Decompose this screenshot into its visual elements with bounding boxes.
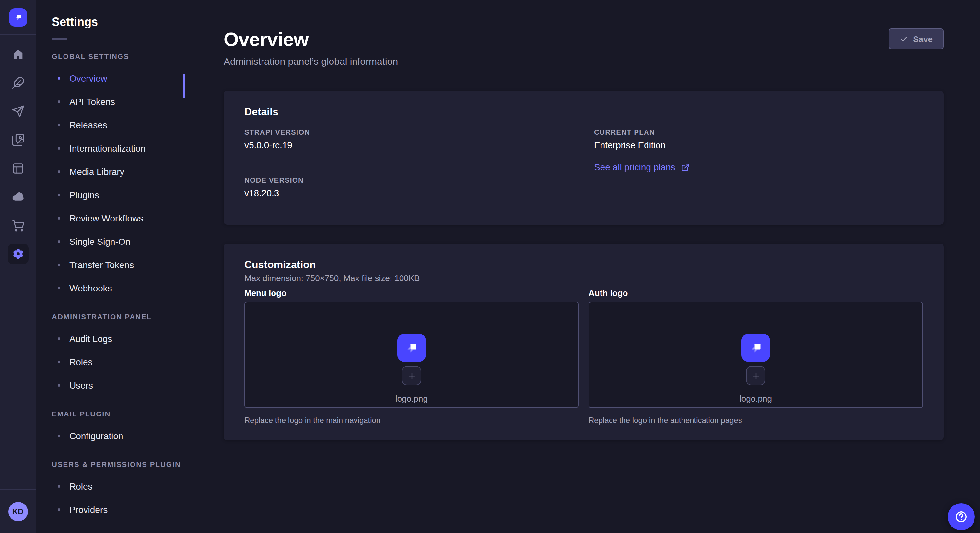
nav-item-overview[interactable]: Overview	[36, 67, 187, 90]
nav-item-label: API Tokens	[69, 97, 115, 107]
bullet-icon	[58, 194, 60, 196]
nav-cloud-button[interactable]	[0, 182, 36, 211]
layout-icon	[8, 158, 28, 179]
main-content: Overview Administration panel’s global i…	[188, 0, 980, 533]
nav-item-label: Roles	[69, 357, 93, 367]
nav-item-admin-users[interactable]: Users	[36, 374, 187, 397]
nav-item-up-providers[interactable]: Providers	[36, 498, 187, 521]
auth-logo-field: Auth logo	[589, 288, 923, 425]
help-button[interactable]	[948, 503, 975, 530]
bullet-icon	[58, 170, 60, 173]
menu-logo-preview	[397, 333, 426, 362]
auth-logo-helper: Replace the logo in the authentication p…	[589, 416, 923, 425]
nav-item-label: Providers	[69, 504, 108, 515]
feather-icon	[8, 73, 28, 93]
bullet-icon	[58, 124, 60, 126]
nav-section-label: GLOBAL SETTINGS	[52, 52, 187, 60]
nav-item-label: Plugins	[69, 190, 99, 200]
icon-rail: KD	[0, 0, 36, 533]
node-version-field: NODE VERSION v18.20.3	[244, 176, 573, 198]
nav-item-media-library[interactable]: Media Library	[36, 160, 187, 183]
nav-item-label: Review Workflows	[69, 213, 143, 224]
nav-marketplace-button[interactable]	[0, 211, 36, 240]
rail-nav	[0, 35, 36, 268]
nav-section-list: Roles Providers	[36, 475, 187, 521]
nav-item-label: Media Library	[69, 167, 124, 177]
auth-logo-add-button[interactable]	[746, 366, 765, 385]
auth-logo-label: Auth logo	[589, 288, 923, 298]
bullet-icon	[58, 77, 60, 80]
help-icon	[954, 510, 968, 524]
field-value: v5.0.0-rc.19	[244, 140, 573, 150]
cart-icon	[8, 215, 28, 236]
external-link-icon	[681, 163, 690, 171]
nav-item-audit-logs[interactable]: Audit Logs	[36, 327, 187, 351]
bullet-icon	[58, 217, 60, 219]
field-label: STRAPI VERSION	[244, 128, 573, 136]
nav-item-review-workflows[interactable]: Review Workflows	[36, 206, 187, 230]
save-button[interactable]: Save	[888, 29, 944, 49]
rail-footer: KD	[0, 489, 36, 533]
page-title: Overview	[224, 29, 944, 51]
pricing-plans-link[interactable]: See all pricing plans	[594, 162, 690, 172]
customization-card-title: Customization	[244, 259, 923, 271]
menu-logo-filename: logo.png	[395, 394, 428, 403]
paper-plane-icon	[8, 101, 28, 122]
nav-settings-button[interactable]	[0, 240, 36, 268]
bullet-icon	[58, 361, 60, 363]
auth-logo-dropzone[interactable]: logo.png	[589, 302, 923, 408]
customization-card: Customization Max dimension: 750×750, Ma…	[224, 244, 944, 440]
nav-section-label: EMAIL PLUGIN	[52, 410, 187, 418]
nav-item-label: Overview	[69, 73, 107, 84]
nav-section-label: ADMINISTRATION PANEL	[52, 313, 187, 320]
check-icon	[899, 35, 908, 43]
field-value: v18.20.3	[244, 188, 573, 198]
nav-section-list: Configuration	[36, 424, 187, 447]
bullet-icon	[58, 147, 60, 150]
nav-item-admin-roles[interactable]: Roles	[36, 351, 187, 374]
nav-home-button[interactable]	[0, 40, 36, 69]
nav-item-transfer-tokens[interactable]: Transfer Tokens	[36, 253, 187, 276]
settings-subnav: Settings GLOBAL SETTINGS Overview API To…	[36, 0, 187, 533]
bullet-icon	[58, 508, 60, 511]
nav-media-library-button[interactable]	[0, 125, 36, 154]
logo-upload-grid: Menu logo	[244, 288, 923, 425]
user-avatar[interactable]: KD	[8, 501, 27, 521]
bullet-icon	[58, 100, 60, 103]
bullet-icon	[58, 384, 60, 387]
page-subtitle: Administration panel’s global informatio…	[224, 56, 944, 67]
gear-icon	[8, 244, 28, 264]
details-card: Details STRAPI VERSION v5.0.0-rc.19 NODE…	[224, 90, 944, 225]
menu-logo-helper: Replace the logo in the main navigation	[244, 416, 579, 425]
strapi-logo-icon	[12, 11, 24, 23]
workspace-logo-button[interactable]	[9, 8, 27, 26]
nav-item-up-roles[interactable]: Roles	[36, 475, 187, 498]
nav-section-list: Audit Logs Roles Users	[36, 327, 187, 397]
nav-layout-button[interactable]	[0, 154, 36, 182]
nav-section-list: Overview API Tokens Releases Internation…	[36, 67, 187, 300]
home-icon	[8, 44, 28, 65]
nav-item-plugins[interactable]: Plugins	[36, 183, 187, 206]
nav-item-webhooks[interactable]: Webhooks	[36, 276, 187, 300]
save-button-label: Save	[913, 34, 933, 44]
nav-item-api-tokens[interactable]: API Tokens	[36, 90, 187, 113]
rail-header	[0, 0, 36, 35]
nav-item-releases[interactable]: Releases	[36, 113, 187, 136]
subnav-scrollbar-thumb[interactable]	[183, 74, 185, 98]
nav-content-button[interactable]	[0, 69, 36, 97]
nav-section-label: USERS & PERMISSIONS PLUGIN	[52, 460, 187, 468]
nav-item-label: Roles	[69, 481, 93, 492]
nav-item-internationalization[interactable]: Internationalization	[36, 136, 187, 160]
nav-item-label: Configuration	[69, 431, 124, 441]
nav-item-single-sign-on[interactable]: Single Sign-On	[36, 230, 187, 253]
auth-logo-preview	[741, 333, 770, 362]
menu-logo-add-button[interactable]	[402, 366, 421, 385]
bullet-icon	[58, 485, 60, 488]
menu-logo-dropzone[interactable]: logo.png	[244, 302, 579, 408]
field-value: Enterprise Edition	[594, 140, 923, 150]
menu-logo-field: Menu logo	[244, 288, 579, 425]
nav-item-email-configuration[interactable]: Configuration	[36, 424, 187, 447]
nav-send-button[interactable]	[0, 97, 36, 125]
menu-logo-label: Menu logo	[244, 288, 579, 298]
nav-item-label: Users	[69, 380, 93, 390]
